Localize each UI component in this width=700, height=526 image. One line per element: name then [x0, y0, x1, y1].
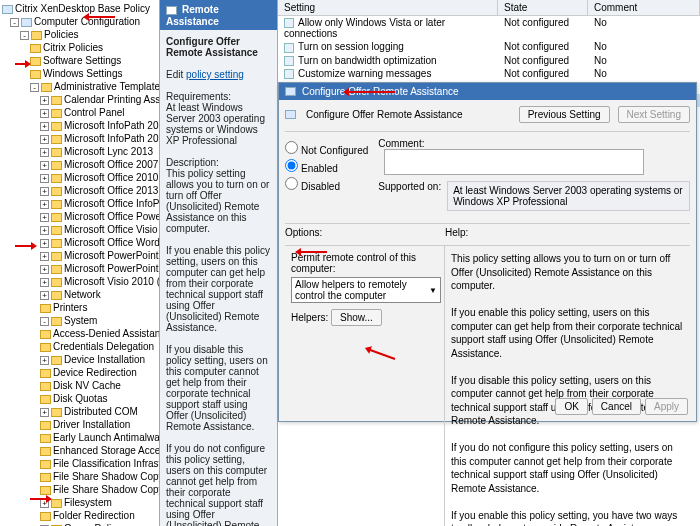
- tree-item[interactable]: +Microsoft Visio 2010 (Machine): [0, 275, 159, 288]
- help-label: Help:: [445, 227, 468, 238]
- annotation-arrow: [85, 16, 115, 18]
- helpers-label: Helpers:: [291, 312, 328, 323]
- tree-item[interactable]: +Control Panel: [0, 106, 159, 119]
- collapse-icon[interactable]: -: [10, 18, 19, 27]
- tree-item[interactable]: +Group Policy: [0, 522, 159, 526]
- supported-text: At least Windows Server 2003 operating s…: [447, 181, 690, 211]
- annotation-arrow: [297, 251, 327, 253]
- radio-enabled[interactable]: Enabled: [285, 159, 368, 174]
- info-title: Remote Assistance: [160, 0, 277, 30]
- tree-item[interactable]: Credentials Delegation: [0, 340, 159, 353]
- tree-item[interactable]: Enhanced Storage Access: [0, 444, 159, 457]
- tree-item[interactable]: +Microsoft InfoPath 2013 (Machine: [0, 132, 159, 145]
- col-comment[interactable]: Comment: [588, 0, 700, 15]
- tree-item[interactable]: Disk Quotas: [0, 392, 159, 405]
- permit-label: Permit remote control of this computer:: [291, 252, 438, 274]
- gear-icon: [285, 87, 296, 96]
- tree-admin-templates[interactable]: -Administrative Templates: Policy defi: [0, 80, 159, 93]
- tree-item[interactable]: Driver Installation: [0, 418, 159, 431]
- tree-item[interactable]: Windows Settings: [0, 67, 159, 80]
- tree-policies[interactable]: -Policies: [0, 28, 159, 41]
- settings-list-header: Setting State Comment: [278, 0, 700, 16]
- edit-policy-link[interactable]: policy setting: [186, 69, 244, 80]
- tree-item[interactable]: Device Redirection: [0, 366, 159, 379]
- ok-button[interactable]: OK: [555, 398, 587, 415]
- comment-input[interactable]: [384, 149, 644, 175]
- apply-button: Apply: [645, 398, 688, 415]
- tree-item[interactable]: +Microsoft PowerPoint 2010 (Mach: [0, 249, 159, 262]
- list-row[interactable]: Allow only Windows Vista or later connec…: [278, 16, 700, 40]
- tree-item[interactable]: +Microsoft Office 2013 (Machine): [0, 184, 159, 197]
- tree-item[interactable]: +Filesystem: [0, 496, 159, 509]
- previous-setting-button[interactable]: Previous Setting: [519, 106, 610, 123]
- help-text: This policy setting allows you to turn o…: [445, 246, 690, 526]
- tree-system[interactable]: -System: [0, 314, 159, 327]
- annotation-arrow: [15, 63, 29, 65]
- tree-item[interactable]: Disk NV Cache: [0, 379, 159, 392]
- tree-item[interactable]: +Microsoft Office 2010 (Machine): [0, 171, 159, 184]
- list-row[interactable]: Turn on bandwidth optimizationNot config…: [278, 54, 700, 67]
- tree-item[interactable]: Software Settings: [0, 54, 159, 67]
- tree-item[interactable]: +Microsoft Office Word 2007 (mach: [0, 236, 159, 249]
- dialog-subtitle: Configure Offer Remote Assistance: [306, 109, 511, 120]
- setting-name: Configure Offer Remote Assistance: [166, 36, 258, 58]
- tree-item[interactable]: Early Launch Antimalware: [0, 431, 159, 444]
- tree-item[interactable]: +Microsoft InfoPath 2010 (Machine: [0, 119, 159, 132]
- tree-item[interactable]: +Calendar Printing Assistant for Mi: [0, 93, 159, 106]
- policy-dialog: Configure Offer Remote Assistance Config…: [278, 82, 697, 422]
- tree-item[interactable]: Citrix Policies: [0, 41, 159, 54]
- annotation-arrow: [15, 245, 35, 247]
- tree-item[interactable]: +Microsoft Office Visio 2007 (mach: [0, 223, 159, 236]
- annotation-arrow: [345, 91, 395, 93]
- collapse-icon[interactable]: -: [20, 31, 29, 40]
- comment-label: Comment:: [378, 138, 424, 149]
- tree-item[interactable]: +Microsoft Office PowerPoint 2007: [0, 210, 159, 223]
- cancel-button[interactable]: Cancel: [592, 398, 641, 415]
- next-setting-button: Next Setting: [618, 106, 690, 123]
- collapse-icon[interactable]: -: [40, 317, 49, 326]
- radio-disabled[interactable]: Disabled: [285, 177, 368, 192]
- tree-item[interactable]: File Classification Infrastructur: [0, 457, 159, 470]
- show-button[interactable]: Show...: [331, 309, 382, 326]
- annotation-arrow: [30, 498, 50, 500]
- tree-item[interactable]: +Microsoft Lync 2013: [0, 145, 159, 158]
- tree-item[interactable]: Folder Redirection: [0, 509, 159, 522]
- tree-item[interactable]: +Microsoft PowerPoint 2013 (Mach: [0, 262, 159, 275]
- col-state[interactable]: State: [498, 0, 588, 15]
- tree-item[interactable]: +Device Installation: [0, 353, 159, 366]
- tree-item[interactable]: +Distributed COM: [0, 405, 159, 418]
- chevron-down-icon: ▼: [429, 286, 437, 295]
- permit-dropdown[interactable]: Allow helpers to remotely control the co…: [291, 277, 441, 303]
- options-label: Options:: [285, 227, 445, 238]
- tree-item[interactable]: +Microsoft Office InfoPath 2007 (m: [0, 197, 159, 210]
- list-row[interactable]: Customize warning messagesNot configured…: [278, 67, 700, 80]
- col-setting[interactable]: Setting: [278, 0, 498, 15]
- supported-label: Supported on:: [378, 181, 441, 192]
- tree-item[interactable]: File Share Shadow Copy Agent: [0, 470, 159, 483]
- tree-item[interactable]: +Network: [0, 288, 159, 301]
- policy-tree[interactable]: Citrix XenDesktop Base Policy -Computer …: [0, 0, 160, 526]
- tree-item[interactable]: Access-Denied Assistance: [0, 327, 159, 340]
- list-row[interactable]: Turn on session loggingNot configuredNo: [278, 40, 700, 53]
- tree-item[interactable]: +Microsoft Office 2007 system (ma: [0, 158, 159, 171]
- tree-item[interactable]: File Share Shadow Copy Provide: [0, 483, 159, 496]
- radio-not-configured[interactable]: Not Configured: [285, 141, 368, 156]
- gear-icon: [285, 110, 296, 119]
- info-pane: Remote Assistance Configure Offer Remote…: [160, 0, 278, 526]
- tree-item[interactable]: Printers: [0, 301, 159, 314]
- collapse-icon[interactable]: -: [30, 83, 39, 92]
